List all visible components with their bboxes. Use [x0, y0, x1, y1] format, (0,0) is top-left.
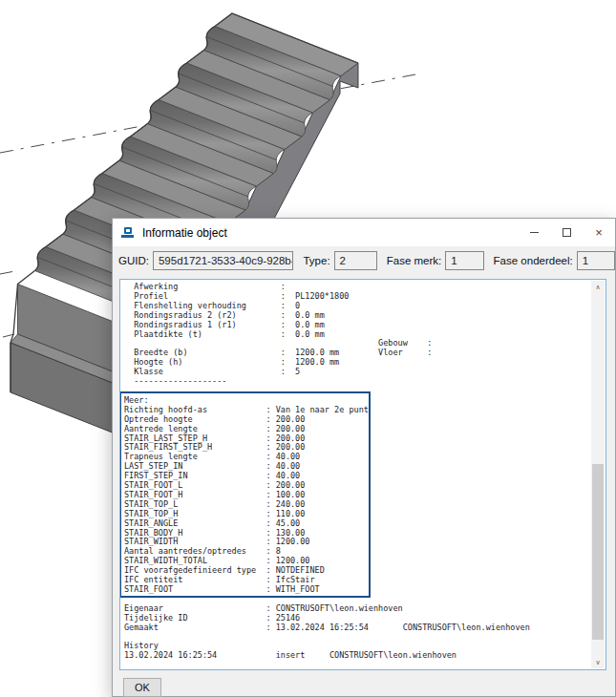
object-info-textarea[interactable]: Afwerking : Profiel : PL1200*1800 Flensh… [119, 279, 606, 670]
vertical-scrollbar[interactable]: ∧ ∨ [591, 281, 605, 668]
screen: Informatie object × GUID: 595d1721-3533-… [0, 0, 616, 697]
app-icon [120, 225, 136, 240]
fase-merk-field[interactable]: 1 [445, 251, 483, 270]
maximize-button[interactable] [550, 219, 583, 246]
scroll-up-icon[interactable]: ∧ [591, 281, 605, 293]
fase-onderdeel-field[interactable]: 1 [577, 251, 615, 270]
guid-field[interactable]: 595d1721-3533-40c9-928b-7d5fde9fb7cd [153, 251, 294, 270]
fase-merk-label: Fase merk: [387, 255, 442, 266]
type-field[interactable]: 2 [334, 251, 377, 270]
scroll-down-icon[interactable]: ∨ [591, 656, 605, 668]
header-fields-row: GUID: 595d1721-3533-40c9-928b-7d5fde9fb7… [113, 250, 615, 271]
scrollbar-thumb[interactable] [592, 464, 604, 640]
dialog-title: Informatie object [142, 226, 227, 240]
close-button[interactable]: × [583, 219, 615, 246]
informatie-object-dialog: Informatie object × GUID: 595d1721-3533-… [112, 218, 616, 697]
type-label: Type: [303, 255, 329, 266]
close-icon: × [595, 225, 603, 240]
guid-label: GUID: [118, 255, 149, 266]
fase-onderdeel-label: Fase onderdeel: [494, 255, 573, 266]
minimize-button[interactable] [518, 219, 550, 246]
ok-button[interactable]: OK [123, 678, 161, 697]
maximize-icon [563, 228, 571, 237]
object-properties-text: Afwerking : Profiel : PL1200*1800 Flensh… [120, 280, 530, 661]
minimize-icon [530, 232, 539, 233]
dialog-titlebar[interactable]: Informatie object × [113, 219, 615, 246]
